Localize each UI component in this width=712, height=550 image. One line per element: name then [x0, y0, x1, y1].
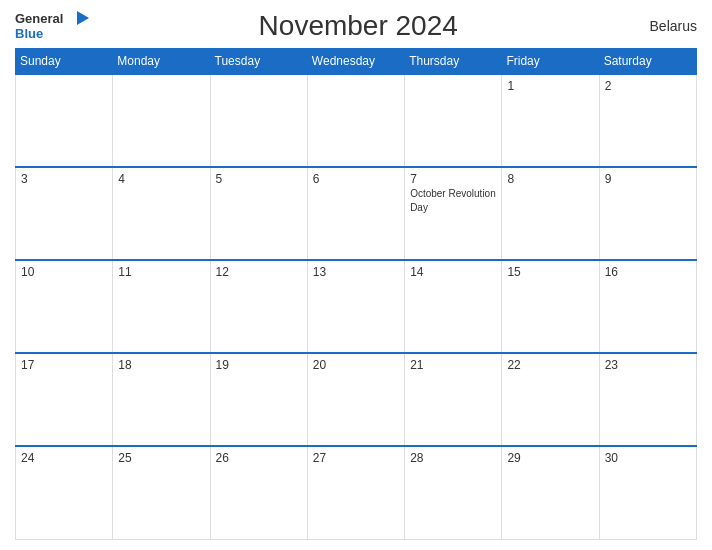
day-number: 2	[605, 79, 691, 93]
col-saturday: Saturday	[599, 49, 696, 75]
day-number: 7	[410, 172, 496, 186]
day-number: 28	[410, 451, 496, 465]
day-number: 26	[216, 451, 302, 465]
day-number: 6	[313, 172, 399, 186]
day-number: 24	[21, 451, 107, 465]
table-row: 10	[16, 260, 113, 353]
day-number: 16	[605, 265, 691, 279]
table-row: 13	[307, 260, 404, 353]
table-row	[113, 74, 210, 167]
table-row: 30	[599, 446, 696, 539]
day-number: 30	[605, 451, 691, 465]
calendar-week-row: 24252627282930	[16, 446, 697, 539]
table-row: 17	[16, 353, 113, 446]
table-row: 8	[502, 167, 599, 260]
country-label: Belarus	[627, 18, 697, 34]
header: General Blue November 2024 Belarus	[15, 10, 697, 42]
calendar-header-row: Sunday Monday Tuesday Wednesday Thursday…	[16, 49, 697, 75]
day-number: 19	[216, 358, 302, 372]
day-number: 5	[216, 172, 302, 186]
col-tuesday: Tuesday	[210, 49, 307, 75]
table-row: 28	[405, 446, 502, 539]
table-row	[405, 74, 502, 167]
day-number: 20	[313, 358, 399, 372]
day-number: 4	[118, 172, 204, 186]
calendar-week-row: 12	[16, 74, 697, 167]
table-row: 11	[113, 260, 210, 353]
day-number: 29	[507, 451, 593, 465]
day-number: 3	[21, 172, 107, 186]
table-row: 6	[307, 167, 404, 260]
day-number: 10	[21, 265, 107, 279]
col-thursday: Thursday	[405, 49, 502, 75]
table-row: 16	[599, 260, 696, 353]
day-number: 21	[410, 358, 496, 372]
day-number: 23	[605, 358, 691, 372]
table-row: 7October Revolution Day	[405, 167, 502, 260]
table-row: 20	[307, 353, 404, 446]
calendar-week-row: 10111213141516	[16, 260, 697, 353]
calendar-week-row: 17181920212223	[16, 353, 697, 446]
table-row: 19	[210, 353, 307, 446]
table-row: 9	[599, 167, 696, 260]
table-row: 26	[210, 446, 307, 539]
table-row: 4	[113, 167, 210, 260]
calendar-week-row: 34567October Revolution Day89	[16, 167, 697, 260]
table-row: 5	[210, 167, 307, 260]
logo-flag-icon	[65, 11, 89, 25]
svg-marker-0	[77, 11, 89, 25]
day-number: 11	[118, 265, 204, 279]
logo-blue-text: Blue	[15, 26, 43, 41]
calendar-page: General Blue November 2024 Belarus Sunda…	[0, 0, 712, 550]
table-row: 2	[599, 74, 696, 167]
day-number: 12	[216, 265, 302, 279]
day-number: 9	[605, 172, 691, 186]
calendar-title: November 2024	[89, 10, 627, 42]
col-wednesday: Wednesday	[307, 49, 404, 75]
table-row: 23	[599, 353, 696, 446]
table-row: 15	[502, 260, 599, 353]
day-number: 27	[313, 451, 399, 465]
holiday-label: October Revolution Day	[410, 188, 496, 213]
day-number: 13	[313, 265, 399, 279]
day-number: 14	[410, 265, 496, 279]
table-row	[210, 74, 307, 167]
table-row	[16, 74, 113, 167]
day-number: 8	[507, 172, 593, 186]
col-sunday: Sunday	[16, 49, 113, 75]
day-number: 25	[118, 451, 204, 465]
table-row	[307, 74, 404, 167]
col-friday: Friday	[502, 49, 599, 75]
table-row: 14	[405, 260, 502, 353]
table-row: 3	[16, 167, 113, 260]
day-number: 18	[118, 358, 204, 372]
table-row: 1	[502, 74, 599, 167]
calendar-body: 1234567October Revolution Day89101112131…	[16, 74, 697, 540]
logo-general-text: General	[15, 12, 63, 25]
table-row: 29	[502, 446, 599, 539]
col-monday: Monday	[113, 49, 210, 75]
table-row: 21	[405, 353, 502, 446]
day-number: 17	[21, 358, 107, 372]
calendar-table: Sunday Monday Tuesday Wednesday Thursday…	[15, 48, 697, 540]
table-row: 27	[307, 446, 404, 539]
table-row: 24	[16, 446, 113, 539]
day-number: 15	[507, 265, 593, 279]
logo: General Blue	[15, 11, 89, 41]
table-row: 12	[210, 260, 307, 353]
table-row: 22	[502, 353, 599, 446]
table-row: 18	[113, 353, 210, 446]
day-number: 1	[507, 79, 593, 93]
day-number: 22	[507, 358, 593, 372]
table-row: 25	[113, 446, 210, 539]
